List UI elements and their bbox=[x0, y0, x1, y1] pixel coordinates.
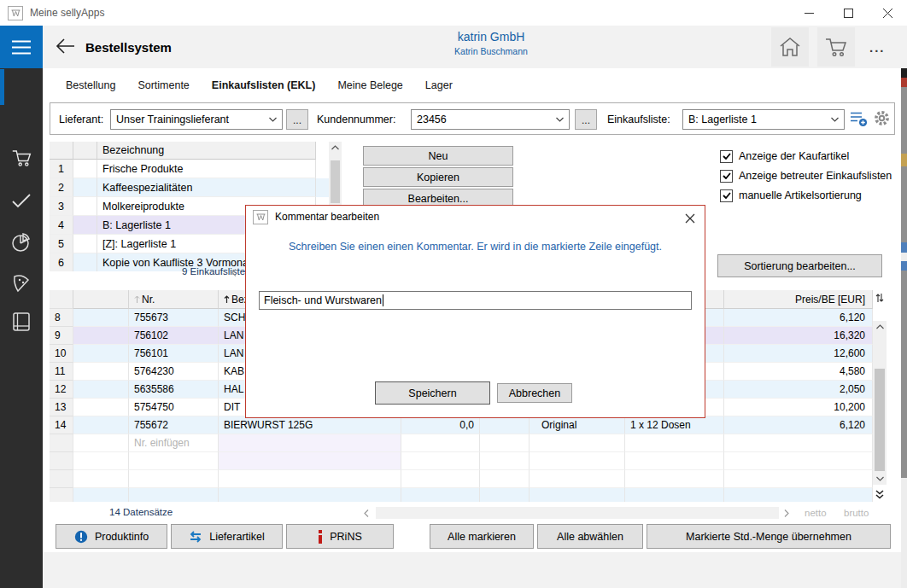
chevron-down-icon bbox=[269, 117, 277, 122]
alle-markieren-button[interactable]: Alle markieren bbox=[430, 524, 534, 549]
prins-button[interactable]: PRiNS bbox=[286, 524, 394, 549]
checkbox-manuelle-sortierung[interactable]: manuelle Artikelsortierung bbox=[720, 189, 862, 202]
scrollbar-thumb[interactable] bbox=[331, 160, 340, 203]
empty-row bbox=[50, 452, 873, 470]
insert-row[interactable]: Nr. einfügen bbox=[50, 434, 873, 452]
kundennummer-select[interactable]: 23456 bbox=[411, 109, 570, 130]
kopieren-button[interactable]: Kopieren bbox=[363, 167, 513, 187]
abbrechen-button[interactable]: Abbrechen bbox=[497, 383, 572, 403]
sidebar-item-aktionen[interactable] bbox=[0, 269, 43, 298]
column-header-bezeichnung[interactable]: Bezeichnung bbox=[97, 142, 316, 160]
checkbox-checked-icon bbox=[720, 170, 733, 183]
dialog-close-button[interactable] bbox=[683, 212, 696, 224]
back-arrow-icon bbox=[55, 37, 76, 55]
column-header-preis[interactable]: Preis/BE [EUR] bbox=[724, 290, 873, 309]
kommentar-input[interactable]: Fleisch- und Wurstwaren bbox=[259, 291, 692, 310]
page-title: Bestellsystem bbox=[85, 26, 172, 68]
tab-bestellung[interactable]: Bestellung bbox=[66, 79, 115, 91]
cart-button[interactable] bbox=[817, 27, 855, 67]
checkbox-anzeige-kaufartikel[interactable]: Anzeige der Kaufartikel bbox=[720, 149, 849, 163]
sidebar-item-statistics[interactable] bbox=[0, 228, 43, 257]
home-icon bbox=[779, 37, 801, 57]
scroll-mark bbox=[901, 242, 907, 253]
cart-icon bbox=[11, 148, 32, 167]
sidebar-item-katalog[interactable] bbox=[0, 307, 43, 336]
close-button[interactable] bbox=[868, 0, 907, 26]
tab-sortimente[interactable]: Sortimente bbox=[138, 79, 189, 91]
scroll-mark bbox=[901, 271, 907, 478]
window-controls bbox=[789, 0, 907, 26]
record-count-label: 14 Datensätze bbox=[109, 507, 173, 517]
window-title: Meine sellyApps bbox=[30, 7, 104, 19]
dialog-titlebar: Kommentar bearbeiten bbox=[246, 206, 705, 228]
kundennummer-more-button[interactable]: ... bbox=[575, 109, 597, 130]
gear-icon bbox=[873, 109, 891, 127]
table-header-row: Bezeichnung bbox=[50, 142, 342, 160]
produktinfo-button[interactable]: Produktinfo bbox=[56, 524, 167, 549]
bottom-strip bbox=[43, 552, 907, 588]
window-scrollbar[interactable] bbox=[901, 68, 907, 588]
active-item-indicator bbox=[0, 69, 4, 105]
kommentar-dialog: Kommentar bearbeiten Schreiben Sie einen… bbox=[245, 205, 705, 418]
app-logo-icon bbox=[253, 210, 268, 224]
checkbox-anzeige-betreuter[interactable]: Anzeige betreuter Einkaufslisten bbox=[720, 169, 892, 183]
horizontal-scrollbar[interactable] bbox=[376, 507, 779, 519]
tab-lager[interactable]: Lager bbox=[425, 79, 453, 91]
sidebar-item-checklist[interactable] bbox=[0, 186, 43, 215]
brutto-toggle[interactable]: brutto bbox=[844, 508, 869, 518]
add-list-button[interactable] bbox=[850, 110, 868, 127]
maximize-button[interactable] bbox=[828, 0, 868, 26]
sortierung-bearbeiten-button[interactable]: Sortierung bearbeiten... bbox=[717, 254, 882, 277]
sidebar-item-bestellsystem[interactable] bbox=[0, 143, 43, 172]
sort-asc-icon bbox=[224, 295, 230, 304]
book-icon bbox=[12, 311, 31, 332]
pie-chart-icon bbox=[11, 232, 32, 253]
app-header: Bestellsystem katrin GmbH Katrin Buschma… bbox=[43, 26, 907, 68]
speichern-button[interactable]: Speichern bbox=[375, 381, 490, 405]
hscroll-left-icon[interactable] bbox=[364, 509, 369, 517]
hamburger-menu-button[interactable] bbox=[0, 26, 43, 68]
filter-settings-button[interactable] bbox=[873, 109, 891, 127]
kundennummer-label: Kundennummer: bbox=[317, 114, 395, 125]
column-header-nr[interactable]: Nr. bbox=[129, 290, 219, 309]
text-caret bbox=[383, 294, 383, 306]
add-list-icon bbox=[850, 110, 868, 127]
scroll-mark bbox=[901, 68, 907, 78]
check-icon bbox=[11, 193, 32, 208]
alle-abwaehlen-button[interactable]: Alle abwählen bbox=[537, 524, 643, 549]
table-row[interactable]: 14 755672 BIERWURST 125G 0,0 Original 1 … bbox=[50, 416, 873, 434]
scroll-to-end-icon bbox=[875, 490, 884, 500]
netto-toggle[interactable]: netto bbox=[805, 508, 827, 518]
scroll-down-icon bbox=[876, 476, 884, 481]
lieferant-label: Lieferant: bbox=[59, 114, 103, 125]
tab-einkaufslisten[interactable]: Einkaufslisten (EKL) bbox=[212, 79, 316, 91]
scroll-mark bbox=[901, 166, 907, 242]
list-hscroll-left-icon[interactable] bbox=[231, 269, 237, 277]
home-button[interactable] bbox=[771, 27, 809, 67]
lieferant-more-button[interactable]: ... bbox=[286, 109, 308, 130]
markierte-std-menge-button[interactable]: Markierte Std.-Menge übernehmen bbox=[647, 524, 891, 549]
lieferant-select[interactable]: Unser Trainingslieferant bbox=[110, 109, 283, 130]
list-item[interactable]: 2Kaffeespezialitäten bbox=[50, 178, 342, 197]
lieferartikel-button[interactable]: Lieferartikel bbox=[171, 524, 283, 549]
tab-meine-belege[interactable]: Meine Belege bbox=[337, 79, 402, 91]
scrollbar-track[interactable] bbox=[873, 321, 887, 485]
swap-icon bbox=[189, 531, 202, 543]
company-block: katrin GmbH Katrin Buschmann bbox=[299, 30, 683, 56]
hscroll-right-icon[interactable] bbox=[784, 509, 789, 517]
einkaufsliste-select[interactable]: B: Lagerliste 1 bbox=[682, 109, 845, 130]
einkaufsliste-label: Einkaufsliste: bbox=[607, 114, 670, 125]
table-vertical-scrollbar[interactable] bbox=[873, 290, 887, 502]
scrollbar-thumb[interactable] bbox=[875, 369, 885, 471]
back-button[interactable] bbox=[55, 37, 76, 55]
neu-button[interactable]: Neu bbox=[363, 146, 513, 166]
more-options-button[interactable]: ... bbox=[869, 40, 886, 55]
chevron-down-icon bbox=[556, 117, 564, 122]
window-titlebar: Meine sellyApps bbox=[0, 0, 907, 26]
minimize-button[interactable] bbox=[789, 0, 828, 26]
list-item[interactable]: 1Frische Produkte bbox=[50, 160, 342, 178]
scroll-mark bbox=[901, 261, 907, 271]
scroll-mark bbox=[901, 87, 907, 154]
list-count-label: 9 Einkaufslisten bbox=[182, 266, 251, 277]
close-icon bbox=[685, 213, 695, 224]
